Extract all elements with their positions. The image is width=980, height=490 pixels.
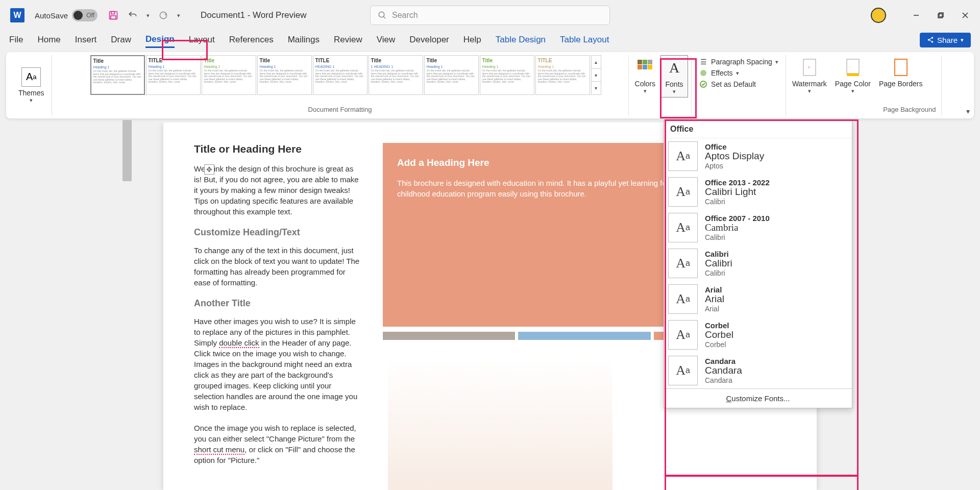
minimize-button[interactable]	[912, 11, 921, 20]
themes-icon: Aa	[21, 67, 41, 87]
doc-paragraph[interactable]: To change any of the text in this docume…	[194, 245, 362, 288]
tab-draw[interactable]: Draw	[111, 33, 131, 47]
page-borders-button[interactable]: Page Borders	[876, 55, 926, 96]
table-move-handle[interactable]: ✥	[204, 164, 214, 175]
style-thumbnail[interactable]: TITLEHeading 1On the Insert tab, the gal…	[535, 55, 590, 95]
ribbon-collapse-button[interactable]: ▾	[966, 107, 970, 115]
paragraph-spacing-button[interactable]: ☰ Paragraph Spacing ▾	[699, 57, 778, 66]
svg-rect-17	[643, 65, 647, 69]
autosave-toggle[interactable]: AutoSave Off	[35, 9, 97, 21]
undo-dropdown[interactable]: ▾	[146, 12, 150, 19]
qat-customize[interactable]: ▾	[177, 12, 180, 19]
fonts-button[interactable]: A Fonts ▾	[660, 55, 688, 97]
document-title: Document1 - Word Preview	[201, 10, 307, 20]
close-button[interactable]	[961, 11, 970, 20]
font-thumb-icon: Aa	[668, 141, 698, 171]
svg-rect-1	[111, 12, 115, 14]
style-thumbnail[interactable]: TITLEHeading 1On the Insert tab, the gal…	[146, 55, 201, 95]
doc-heading-1[interactable]: Title or Heading Here	[194, 143, 362, 155]
tab-developer[interactable]: Developer	[409, 33, 449, 47]
style-thumbnail[interactable]: Title1 HEADING 1On the Insert tab, the g…	[369, 55, 423, 95]
tab-layout[interactable]: Layout	[189, 33, 215, 47]
font-thumb-icon: Aa	[668, 249, 698, 278]
redo-button[interactable]	[158, 10, 169, 21]
customize-fonts-button[interactable]: Customize Fonts...	[664, 388, 852, 408]
font-scheme-calibri[interactable]: AaCalibriCalibriCalibri	[664, 246, 852, 281]
font-thumb-icon: Aa	[668, 213, 698, 242]
share-icon	[927, 36, 934, 43]
gallery-scroll-up[interactable]: ▴	[592, 56, 601, 69]
fonts-dropdown: Office AaOfficeAptos DisplayAptosAaOffic…	[664, 120, 852, 408]
undo-button[interactable]	[127, 10, 138, 21]
save-button[interactable]	[108, 10, 119, 21]
set-default-button[interactable]: Set as Default	[699, 80, 778, 89]
window-controls	[871, 8, 970, 23]
font-scheme-arial[interactable]: AaArialArialArial	[664, 281, 852, 317]
svg-line-5	[383, 16, 385, 18]
page-color-button[interactable]: Page Color ▾	[832, 55, 874, 96]
style-thumbnail[interactable]: TitleHeading 1On the Insert tab, the gal…	[480, 55, 534, 95]
svg-rect-24	[847, 74, 859, 76]
style-thumbnail[interactable]: TitleHeading 1On the Insert tab, the gal…	[257, 55, 312, 95]
doc-paragraph[interactable]: Have other images you wish to use? It is…	[194, 316, 362, 412]
ribbon: Aa Themes ▾ TitleHeading 1On the Insert …	[6, 52, 974, 118]
gallery-expand[interactable]: ▾	[592, 82, 601, 94]
tab-table-design[interactable]: Table Design	[496, 33, 546, 47]
font-scheme-office-2013-2022[interactable]: AaOffice 2013 - 2022Calibri LightCalibri	[664, 174, 852, 210]
tab-view[interactable]: View	[377, 33, 396, 47]
tab-design[interactable]: Design	[145, 32, 175, 48]
tab-table-layout[interactable]: Table Layout	[560, 33, 609, 47]
image-placeholder[interactable]	[388, 357, 612, 490]
gallery-scroll-down[interactable]: ▾	[592, 69, 601, 82]
style-thumbnail[interactable]: TitleHeading 1On the Insert tab, the gal…	[90, 55, 145, 95]
tab-review[interactable]: Review	[334, 33, 362, 47]
svg-rect-2	[111, 16, 116, 19]
doc-paragraph[interactable]: Once the image you wish to replace is se…	[194, 423, 362, 465]
paragraph-spacing-icon: ☰	[699, 57, 708, 66]
tab-file[interactable]: File	[9, 33, 23, 47]
font-scheme-corbel[interactable]: AaCorbelCorbelCorbel	[664, 317, 852, 353]
watermark-button[interactable]: A Watermark ▾	[789, 55, 830, 96]
style-thumbnail[interactable]: TitleHeading 1On the Insert tab, the gal…	[202, 55, 256, 95]
svg-point-4	[379, 12, 384, 17]
toggle-state: Off	[86, 12, 94, 19]
user-avatar[interactable]	[871, 8, 886, 23]
doc-heading-2[interactable]: Customize Heading/Text	[194, 227, 362, 238]
themes-button[interactable]: Aa Themes ▾	[14, 55, 48, 115]
style-thumbnail[interactable]: TITLEHEADING 1On the Insert tab, the gal…	[313, 55, 368, 95]
themes-group: Aa Themes ▾	[11, 55, 52, 115]
scrollbar-thumb[interactable]	[122, 120, 132, 181]
svg-point-19	[700, 70, 706, 76]
autosave-label: AutoSave	[35, 11, 68, 20]
svg-rect-23	[847, 59, 859, 74]
colors-button[interactable]: Colors ▾	[632, 55, 658, 97]
svg-rect-13	[638, 60, 642, 64]
set-default-icon	[699, 80, 708, 89]
svg-rect-14	[643, 60, 647, 64]
tab-references[interactable]: References	[229, 33, 274, 47]
tab-insert[interactable]: Insert	[75, 33, 97, 47]
dropdown-scrollbar[interactable]	[122, 120, 132, 472]
gallery-spinner: ▴ ▾ ▾	[591, 55, 601, 95]
maximize-button[interactable]	[936, 11, 945, 20]
watermark-icon: A	[799, 57, 820, 78]
style-thumbnail[interactable]: TitleHeading 1On the Insert tab, the gal…	[424, 55, 479, 95]
toggle-switch[interactable]: Off	[72, 9, 97, 21]
doc-paragraph[interactable]: We think the design of this brochure is …	[194, 163, 362, 217]
dropdown-section-header: Office	[664, 120, 852, 138]
search-placeholder: Search	[392, 11, 418, 20]
search-input[interactable]: Search	[370, 6, 610, 25]
share-button[interactable]: Share ▾	[920, 33, 971, 47]
font-scheme-office-2007-2010[interactable]: AaOffice 2007 - 2010CambriaCalibri	[664, 210, 852, 246]
effects-button[interactable]: Effects ▾	[699, 68, 778, 78]
tab-mailings[interactable]: Mailings	[288, 33, 320, 47]
font-scheme-candara[interactable]: AaCandaraCandaraCandara	[664, 353, 852, 388]
font-thumb-icon: Aa	[668, 356, 698, 385]
tab-home[interactable]: Home	[37, 33, 60, 47]
font-scheme-office[interactable]: AaOfficeAptos DisplayAptos	[664, 138, 852, 174]
toggle-knob	[74, 11, 83, 20]
colors-fonts-group: Colors ▾ A Fonts ▾	[629, 55, 692, 115]
doc-heading-2[interactable]: Another Title	[194, 298, 362, 309]
svg-line-12	[929, 38, 932, 39]
tab-help[interactable]: Help	[463, 33, 481, 47]
